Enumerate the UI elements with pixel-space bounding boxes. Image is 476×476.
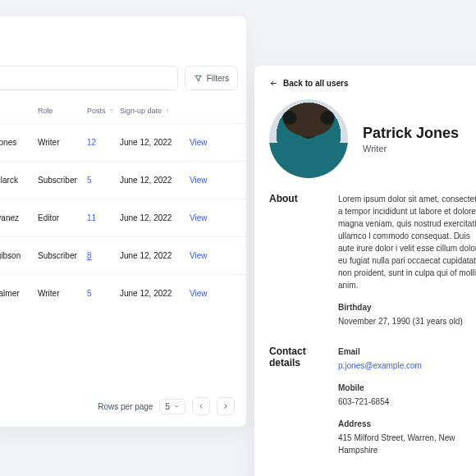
contact-section: Contact details Email p.jones@example.co… (269, 346, 476, 456)
pagination: Rows per page 5 (98, 397, 235, 415)
filter-icon (194, 74, 203, 83)
table-toolbar: Filters (0, 16, 246, 98)
cell-role: Writer (38, 289, 87, 298)
table-row: j.palmerWriter5June 12, 2022View (0, 274, 246, 312)
chevron-down-icon (173, 403, 180, 410)
arrow-left-icon (269, 79, 278, 88)
cell-id: g.yanez (0, 213, 38, 222)
about-title: About (269, 193, 328, 327)
th-id[interactable]: ID (0, 107, 38, 115)
rows-per-page-label: Rows per page (98, 402, 153, 411)
profile-role: Writer (363, 144, 459, 153)
view-link[interactable]: View (190, 138, 208, 147)
filters-label: Filters (207, 74, 229, 83)
sort-icon (108, 108, 115, 114)
cell-id: s.gibson (0, 251, 38, 260)
sort-icon (164, 108, 171, 114)
address-value: 415 Milford Street, Warren, New Hampshir… (338, 432, 476, 456)
page-size-select[interactable]: 5 (159, 399, 185, 414)
mobile-value: 603-721-6854 (338, 396, 476, 408)
arrow-left-icon (197, 402, 205, 410)
posts-link[interactable]: 12 (87, 138, 96, 147)
about-text: Lorem ipsum dolor sit amet, consectetur … (338, 193, 476, 291)
arrow-right-icon (222, 402, 230, 410)
birthday-value: November 27, 1990 (31 years old) (338, 315, 476, 327)
table-row: s.clarckSubscriber5June 12, 2022View (0, 161, 246, 199)
th-posts[interactable]: Posts (87, 107, 120, 115)
email-label: Email (338, 346, 476, 358)
table-row: p.jonesWriter12June 12, 2022View (0, 123, 246, 161)
posts-link[interactable]: 5 (87, 289, 92, 298)
cell-role: Editor (38, 213, 87, 222)
birthday-label: Birthday (338, 301, 476, 314)
cell-signup: June 12, 2022 (120, 251, 190, 260)
cell-signup: June 12, 2022 (120, 138, 190, 147)
table-row: g.yanezEditor11June 12, 2022View (0, 199, 246, 236)
table-header-row: ID Role Posts Sign-up date (0, 98, 246, 123)
view-link[interactable]: View (190, 176, 208, 185)
cell-signup: June 12, 2022 (120, 213, 190, 222)
search-input[interactable] (0, 66, 178, 90)
prev-page-button[interactable] (192, 397, 210, 415)
view-link[interactable]: View (190, 213, 208, 222)
cell-id: s.clarck (0, 176, 38, 185)
posts-link[interactable]: 8 (87, 251, 92, 260)
view-link[interactable]: View (190, 251, 208, 260)
cell-id: p.jones (0, 138, 38, 147)
avatar (269, 99, 348, 178)
about-section: About Lorem ipsum dolor sit amet, consec… (269, 193, 476, 327)
cell-role: Writer (38, 138, 87, 147)
th-signup[interactable]: Sign-up date (120, 107, 190, 115)
email-value[interactable]: p.jones@example.com (338, 359, 476, 372)
cell-signup: June 12, 2022 (120, 176, 190, 185)
address-label: Address (338, 418, 476, 430)
profile-header: Patrick Jones Writer (269, 99, 476, 178)
back-to-users-link[interactable]: Back to all users (269, 79, 476, 88)
cell-role: Subscriber (38, 251, 87, 260)
view-link[interactable]: View (190, 289, 208, 298)
cell-signup: June 12, 2022 (120, 289, 190, 298)
mobile-label: Mobile (338, 382, 476, 394)
posts-link[interactable]: 5 (87, 176, 92, 185)
next-page-button[interactable] (217, 397, 235, 415)
profile-name: Patrick Jones (363, 125, 459, 142)
th-role[interactable]: Role (38, 107, 87, 115)
cell-id: j.palmer (0, 289, 38, 298)
cell-role: Subscriber (38, 176, 87, 185)
table-row: s.gibsonSubscriber8June 12, 2022View (0, 236, 246, 274)
filters-button[interactable]: Filters (185, 66, 238, 90)
users-table-panel: Filters ID Role Posts Sign-up date p.jon… (0, 16, 246, 427)
profile-panel: Back to all users Patrick Jones Writer A… (254, 66, 476, 476)
posts-link[interactable]: 11 (87, 213, 96, 222)
contact-title: Contact details (269, 346, 328, 456)
